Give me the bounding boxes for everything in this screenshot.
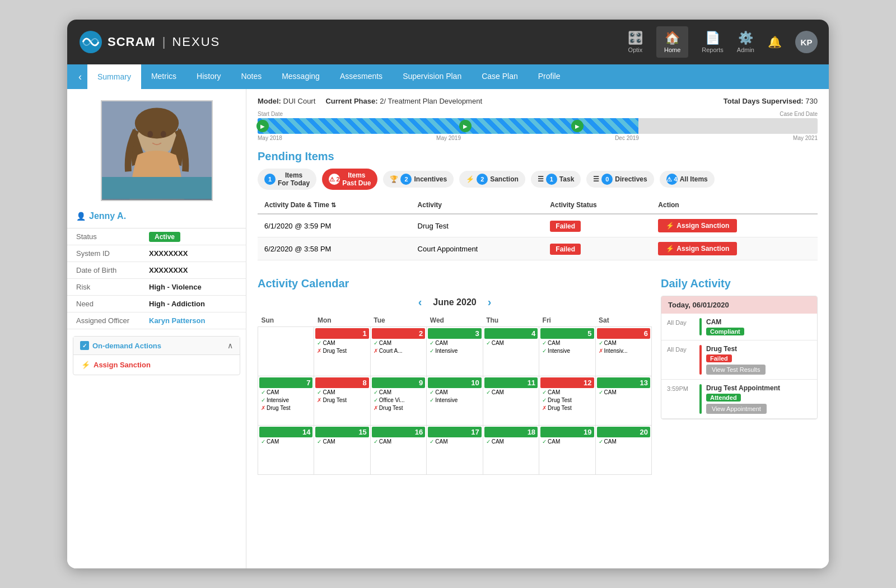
cal-event: ✗Drug Test (372, 404, 425, 412)
tab-supervision-plan[interactable]: Supervision Plan (393, 64, 472, 89)
status-row: Status Active (67, 228, 246, 245)
nav-optix[interactable]: 🎛️ Optix (628, 31, 643, 53)
cal-cell[interactable]: 9✓CAM✓Office Vi...✗Drug Test (370, 376, 426, 426)
tab-messaging[interactable]: Messaging (272, 64, 330, 89)
cal-cell[interactable]: 7✓CAM✓Intensive✗Drug Test (258, 376, 314, 426)
filter-directives[interactable]: ☰ 0 Directives (586, 171, 654, 188)
cal-event: ✓CAM (428, 438, 481, 445)
cal-th-wed: Wed (427, 314, 483, 327)
cal-event: ✓CAM (372, 339, 425, 347)
cal-prev-btn[interactable]: ‹ (418, 296, 422, 309)
cal-day-num: 17 (428, 427, 481, 437)
filter-pastdue[interactable]: ⚠ 2 ItemsPast Due (322, 169, 377, 190)
cal-event-label: CAM (435, 389, 447, 395)
cal-th-tue: Tue (370, 314, 426, 327)
cal-cell[interactable]: 4✓CAM (483, 327, 539, 376)
daily-time-3: 3:59PM (667, 384, 695, 414)
cal-cell[interactable]: 12✓CAM✓Drug Test✗Drug Test (539, 376, 595, 426)
timeline-section: Start Date Case End Date ▶ ▶ ▶ May 2018 … (258, 111, 818, 141)
cal-cell[interactable] (258, 327, 314, 376)
x-icon: ✗ (317, 397, 321, 403)
cal-cell[interactable]: 18✓CAM (483, 426, 539, 475)
bell-icon[interactable]: 🔔 (768, 35, 782, 49)
cal-event-label: CAM (379, 340, 391, 346)
cal-th-sun: Sun (258, 314, 314, 327)
daily-bar-1 (699, 318, 702, 335)
cal-event: ✓CAM (484, 339, 538, 347)
check-icon: ✓ (599, 438, 603, 445)
tab-case-plan[interactable]: Case Plan (472, 64, 528, 89)
filter-allitems[interactable]: ⚠ 4 All Items (660, 171, 715, 188)
view-appointment-btn[interactable]: View Appointment (706, 404, 767, 414)
cal-cell[interactable]: 13✓CAM (595, 376, 651, 426)
check-icon: ✓ (430, 340, 434, 346)
row2-date: 6/2/2020 @ 3:58 PM (258, 237, 411, 260)
sort-icon[interactable]: ⇅ (331, 202, 336, 208)
status-label: Status (67, 228, 140, 245)
logo-divider: | (162, 35, 166, 49)
check-icon: ✓ (374, 340, 378, 346)
cal-cell[interactable]: 20✓CAM (595, 426, 651, 475)
row2-action: ⚡ Assign Sanction (651, 237, 818, 260)
cal-event-label: CAM (323, 340, 335, 346)
cal-next-btn[interactable]: › (488, 296, 492, 309)
cal-cell[interactable]: 17✓CAM (427, 426, 483, 475)
cal-event: ✓Drug Test (540, 396, 594, 404)
tab-profile[interactable]: Profile (528, 64, 571, 89)
dashboard-icon: 🎛️ (628, 31, 643, 45)
x-icon: ✗ (317, 348, 321, 354)
tab-notes[interactable]: Notes (231, 64, 272, 89)
filter-sanction[interactable]: ⚡ 2 Sanction (459, 171, 525, 188)
on-demand-header: ✓ On-demand Actions ∧ (73, 337, 240, 355)
cal-cell[interactable]: 1✓CAM✗Drug Test (314, 327, 370, 376)
cal-cell[interactable]: 10✓CAM✓Intensive (427, 376, 483, 426)
back-button[interactable]: ‹ (73, 71, 87, 83)
row1-status: Failed (543, 214, 651, 237)
header: SCRAM | NEXUS 🎛️ Optix 🏠 Home 📄 Reports … (67, 20, 829, 64)
assign-sanction-btn-2[interactable]: ⚡ Assign Sanction (658, 242, 737, 255)
cal-cell[interactable]: 14✓CAM (258, 426, 314, 475)
nav-reports[interactable]: 📄 Reports (702, 31, 724, 53)
chevron-up-icon[interactable]: ∧ (227, 341, 233, 350)
cal-cell[interactable]: 19✓CAM (539, 426, 595, 475)
tab-metrics[interactable]: Metrics (141, 64, 186, 89)
cal-cell[interactable]: 3✓CAM✓Intensive (427, 327, 483, 376)
filter-today[interactable]: 1 ItemsFor Today (258, 169, 316, 190)
tab-assessments[interactable]: Assesments (330, 64, 393, 89)
nav-admin[interactable]: ⚙️ Admin (737, 31, 754, 53)
cal-cell[interactable]: 5✓CAM✓Intensive (539, 327, 595, 376)
check-icon: ✓ (430, 348, 434, 354)
nav-home[interactable]: 🏠 Home (656, 26, 688, 58)
user-avatar[interactable]: KP (795, 31, 818, 53)
tab-summary[interactable]: Summary (87, 64, 141, 89)
cal-event-label: Drug Test (379, 405, 403, 411)
filter-incentive[interactable]: 🏆 2 Incentives (383, 171, 454, 188)
timeline-play-2[interactable]: ▶ (459, 120, 472, 132)
cal-day-num: 9 (372, 377, 425, 388)
cal-event-label: Drug Test (548, 397, 572, 403)
pending-filters: 1 ItemsFor Today ⚠ 2 ItemsPast Due 🏆 2 I… (258, 169, 818, 190)
timeline-play-3[interactable]: ▶ (571, 120, 584, 132)
cal-cell[interactable]: 11✓CAM (483, 376, 539, 426)
tab-history[interactable]: History (186, 64, 231, 89)
filter-task[interactable]: ☰ 1 Task (531, 171, 581, 188)
lightning-icon-btn: ⚡ (666, 222, 674, 230)
cal-event-label: CAM (323, 438, 335, 445)
cal-cell[interactable]: 16✓CAM (370, 426, 426, 475)
cal-cell[interactable]: 2✓CAM✗Court A... (370, 327, 426, 376)
cal-cell[interactable]: 15✓CAM (314, 426, 370, 475)
daily-time-2: All Day (667, 345, 695, 375)
cal-cell[interactable]: 6✓CAM✗Intensiv... (595, 327, 651, 376)
cal-day-num: 18 (484, 427, 538, 437)
assign-sanction-sidebar[interactable]: ⚡ Assign Sanction (73, 355, 240, 375)
calendar-header: ‹ June 2020 › (258, 296, 652, 309)
row1-date: 6/1/2020 @ 3:59 PM (258, 214, 411, 237)
view-test-results-btn[interactable]: View Test Results (706, 365, 766, 375)
check-icon: ✓ (599, 340, 603, 346)
row1-activity: Drug Test (411, 214, 544, 237)
officer-link[interactable]: Karyn Patterson (149, 316, 205, 325)
timeline-play-1[interactable]: ▶ (256, 120, 269, 132)
cal-cell[interactable]: 8✓CAM✗Drug Test (314, 376, 370, 426)
main-content: Model: DUI Court Current Phase: 2/ Treat… (246, 89, 829, 568)
assign-sanction-btn-1[interactable]: ⚡ Assign Sanction (658, 219, 737, 232)
